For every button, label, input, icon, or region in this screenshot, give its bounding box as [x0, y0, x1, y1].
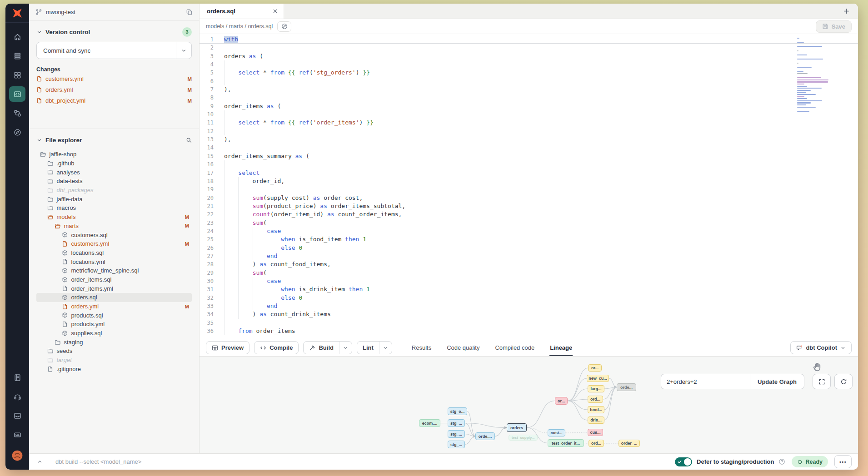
action-button-label: Build: [319, 344, 334, 351]
editor-tab-orders-sql[interactable]: orders.sql: [200, 4, 284, 19]
lineage-node-y7[interactable]: ord...: [589, 440, 604, 447]
lineage-node-cpink[interactable]: cus...: [588, 429, 603, 436]
rail-item-notebook[interactable]: [9, 370, 25, 385]
tree-item-supplies-sql[interactable]: supplies.sql: [36, 329, 192, 338]
editor-minimap[interactable]: [797, 38, 836, 113]
avatar[interactable]: [9, 448, 25, 463]
lineage-node-torder[interactable]: test_order_it...: [548, 439, 584, 447]
action-compile-button[interactable]: Compile: [254, 341, 299, 354]
tree-item-order-items-yml[interactable]: order_items.yml: [36, 284, 192, 293]
lineage-node-y5[interactable]: food...: [588, 406, 604, 413]
tree-item-models[interactable]: modelsM: [36, 213, 192, 222]
lineage-node-gorde[interactable]: orde...: [617, 383, 636, 391]
chevron-down-icon[interactable]: [36, 29, 42, 35]
new-tab-button[interactable]: [843, 8, 850, 15]
code-line: 25 when is_food_item then 1: [200, 235, 858, 243]
command-input[interactable]: dbt build --select <model_name>: [55, 458, 141, 465]
tree-item-data-tests[interactable]: data-tests: [36, 177, 192, 186]
lineage-node-stg3[interactable]: stg_...: [448, 430, 465, 438]
lineage-node-y2[interactable]: new_cu...: [587, 375, 609, 382]
tree-item-target[interactable]: target: [36, 356, 192, 365]
code-editor[interactable]: 1with23orders as (45 select * from {{ re…: [200, 34, 858, 339]
changed-file[interactable]: orders.ymlM: [36, 85, 192, 94]
tab-lineage[interactable]: Lineage: [549, 339, 573, 356]
lineage-filter-input[interactable]: [661, 374, 750, 389]
tree-item-seeds[interactable]: seeds: [36, 347, 192, 356]
expand-command-bar-button[interactable]: [33, 455, 46, 469]
commit-and-sync-button[interactable]: Commit and sync: [36, 42, 192, 59]
lineage-node-stg1[interactable]: stg_o...: [448, 407, 467, 415]
tree-item-customers-yml[interactable]: customers.ymlM: [36, 239, 192, 248]
tree-item-gitignore[interactable]: .gitignore: [36, 365, 192, 374]
tree-item-label: metricflow_time_spine.sql: [71, 267, 139, 274]
tree-item-staging[interactable]: staging: [36, 337, 192, 347]
lineage-node-hub[interactable]: or...: [555, 397, 568, 405]
action-build-options[interactable]: [339, 342, 352, 354]
search-icon[interactable]: [186, 137, 192, 143]
close-tab-icon[interactable]: [272, 8, 278, 14]
defer-toggle[interactable]: [675, 457, 692, 466]
tree-item-dbt-packages[interactable]: dbt_packages: [36, 186, 192, 195]
lineage-node-tsup[interactable]: test_supply...: [509, 435, 538, 441]
changed-file[interactable]: dbt_project.ymlM: [36, 96, 192, 105]
tree-item-analyses[interactable]: analyses: [36, 168, 192, 177]
rail-item-stack[interactable]: [9, 48, 25, 64]
tree-item-orders-yml[interactable]: orders.ymlM: [36, 302, 192, 311]
tree-item-customers-sql[interactable]: customers.sql: [36, 230, 192, 239]
action-preview-button[interactable]: Preview: [206, 341, 249, 354]
code-line: 13),: [200, 135, 858, 144]
help-icon[interactable]: [778, 458, 785, 465]
action-lint-button[interactable]: Lint: [357, 341, 392, 354]
tree-item-metricflow-time-spine-sql[interactable]: metricflow_time_spine.sql: [36, 266, 192, 275]
tab-compiled-code[interactable]: Compiled code: [494, 339, 535, 356]
tree-item-marts[interactable]: martsM: [36, 222, 192, 231]
open-lineage-compass-button[interactable]: [277, 21, 291, 32]
tree-item-macros[interactable]: macros: [36, 203, 192, 213]
lineage-node-y8[interactable]: order_...: [619, 440, 640, 447]
rail-item-compass[interactable]: [9, 124, 25, 140]
save-button[interactable]: Save: [816, 20, 852, 33]
lineage-node-y6[interactable]: drin...: [588, 416, 604, 424]
line-number: 24: [200, 227, 220, 235]
rail-item-headset[interactable]: [9, 389, 25, 404]
lineage-panel[interactable]: ecom....stg_o...stg_...stg_...stg_...ord…: [200, 356, 858, 453]
tree-item-products-yml[interactable]: products.yml: [36, 320, 192, 329]
more-options-button[interactable]: •••: [834, 455, 852, 468]
tab-results[interactable]: Results: [411, 339, 432, 356]
tree-item-jaffle-shop[interactable]: jaffle-shop: [36, 150, 192, 159]
tree-item-orders-sql[interactable]: orders.sql: [36, 293, 192, 302]
action-lint-options[interactable]: [379, 342, 392, 354]
tab-code-quality[interactable]: Code quality: [446, 339, 480, 356]
lineage-node-cust[interactable]: cust...: [548, 429, 565, 436]
tree-item-locations-yml[interactable]: locations.yml: [36, 257, 192, 266]
fullscreen-button[interactable]: [813, 374, 831, 389]
line-number: 36: [200, 327, 220, 335]
tree-item-products-sql[interactable]: products.sql: [36, 311, 192, 320]
rail-item-grid[interactable]: [9, 67, 25, 83]
lineage-node-orde1[interactable]: orde....: [475, 432, 495, 440]
lineage-node-y3[interactable]: larg...: [588, 385, 604, 392]
dbt-copilot-button[interactable]: dbt Copilot: [790, 341, 852, 354]
refresh-button[interactable]: [834, 374, 853, 389]
action-build-button[interactable]: Build: [303, 341, 352, 354]
rail-item-inbox[interactable]: [9, 408, 25, 423]
changed-file[interactable]: customers.ymlM: [36, 74, 192, 84]
tree-item-locations-sql[interactable]: locations.sql: [36, 248, 192, 258]
lineage-node-y1[interactable]: or...: [588, 364, 602, 372]
lineage-node-y4[interactable]: ord...: [588, 396, 603, 403]
rail-item-ide[interactable]: [9, 86, 25, 102]
rail-item-home[interactable]: [9, 29, 25, 45]
tree-item-github[interactable]: .github: [36, 159, 192, 168]
lineage-node-ecom[interactable]: ecom....: [419, 419, 440, 427]
lineage-node-stg4[interactable]: stg_...: [448, 441, 465, 448]
copy-icon[interactable]: [186, 9, 193, 15]
rail-item-branch-boxes[interactable]: [9, 105, 25, 121]
update-graph-button[interactable]: Update Graph: [750, 374, 804, 389]
rail-item-keyboard[interactable]: [9, 427, 25, 442]
commit-options-chevron[interactable]: [176, 42, 191, 59]
tree-item-order-items-sql[interactable]: order_items.sql: [36, 275, 192, 284]
tree-item-jaffle-data[interactable]: jaffle-data: [36, 194, 192, 203]
chevron-down-icon[interactable]: [36, 137, 42, 143]
lineage-node-stg2[interactable]: stg_...: [448, 419, 465, 427]
lineage-node-orders[interactable]: orders: [507, 423, 527, 432]
